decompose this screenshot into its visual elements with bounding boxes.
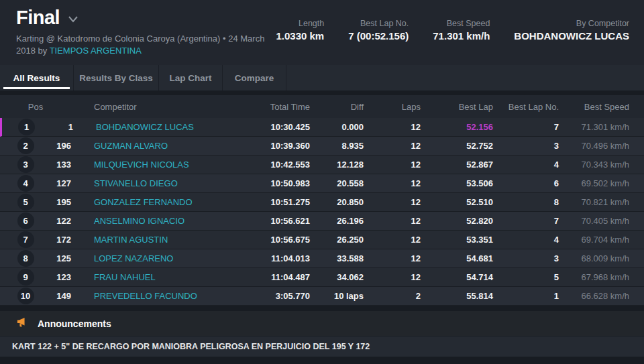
kart-number: 125 [51,253,71,263]
announcements-section: Announcements KART 122 + 5" DE RECARGO P… [0,311,644,357]
table-row[interactable]: 10 149 PREVEDELLO FACUNDO 3:05.770 10 la… [0,287,644,306]
stat-value: 1.0330 km [276,30,324,42]
kart-number: 127 [51,178,71,188]
best-speed-value: 70.496 km/h [559,141,629,151]
kart-number: 195 [51,197,71,207]
laps-value: 12 [364,122,421,132]
col-header-diff: Diff [310,102,364,112]
table-row[interactable]: 3 133 MILQUEVICH NICOLAS 10:42.553 12.12… [0,156,644,174]
laps-value: 12 [364,178,421,188]
competitor-link[interactable]: GUZMAN ALVARO [71,141,221,151]
tab-lap-chart[interactable]: Lap Chart [159,65,223,90]
results-tabs: All Results Results By Class Lap Chart C… [0,65,644,90]
kart-number: 123 [51,272,71,282]
best-speed-value: 67.968 km/h [559,272,629,282]
position-cell: 5 [0,194,51,210]
stat-label: Best Speed [433,19,490,28]
total-time-value: 10:56.675 [221,235,310,245]
tab-results-by-class[interactable]: Results By Class [74,65,159,90]
table-row[interactable]: 8 125 LOPEZ NAZARENO 11:04.013 33.588 12… [0,249,644,268]
total-time-value: 11:04.013 [221,253,310,263]
announcement-item: KART 122 + 5" DE RECARGO POR MANIOBRA PE… [0,337,644,357]
diff-value: 12.128 [310,160,364,170]
laps-value: 12 [364,141,421,151]
kart-number: 149 [51,291,71,301]
competitor-link[interactable]: LOPEZ NAZARENO [71,253,221,263]
position-badge: 7 [17,231,34,248]
tab-all-results[interactable]: All Results [0,65,74,90]
col-header-best-lap-no: Best Lap No. [493,102,559,112]
best-lap-no-value: 6 [493,178,559,188]
best-lap-value: 53.351 [421,235,493,245]
position-badge: 8 [17,250,34,267]
col-header-laps: Laps [364,102,421,112]
competitor-link[interactable]: STIVANELLO DIEGO [71,178,221,188]
organizer-link[interactable]: TIEMPOS ARGENTINA [50,46,142,56]
diff-value: 10 laps [310,291,364,301]
col-header-best-speed: Best Speed [559,102,629,112]
race-results-page: Final Karting @ Katodromo de Colonia Car… [0,0,644,364]
laps-value: 2 [364,291,421,301]
competitor-link[interactable]: PREVEDELLO FACUNDO [71,291,221,301]
page-title: Final [16,7,60,29]
best-speed-value: 69.502 km/h [559,178,629,188]
total-time-value: 10:51.275 [221,197,310,207]
stat-value: BOHDANOWICZ LUCAS [514,30,629,42]
kart-number: 1 [53,122,73,132]
kart-number: 133 [51,160,71,170]
session-selector[interactable]: Final [16,7,276,29]
table-row[interactable]: 5 195 GONZALEZ FERNANDO 10:51.275 20.850… [0,193,644,212]
competitor-link[interactable]: ANSELMINO IGNACIO [71,216,221,226]
best-lap-value: 53.506 [421,178,493,188]
stat-label: By Competitor [514,19,629,28]
best-lap-no-value: 1 [493,291,559,301]
session-info: Final Karting @ Katodromo de Colonia Car… [16,7,276,57]
laps-value: 12 [364,197,421,207]
competitor-link[interactable]: BOHDANOWICZ LUCAS [73,122,221,132]
best-speed-value: 70.405 km/h [559,216,629,226]
tab-compare[interactable]: Compare [223,65,286,90]
stat-by-competitor: By Competitor BOHDANOWICZ LUCAS [514,19,629,42]
laps-value: 12 [364,235,421,245]
total-time-value: 3:05.770 [221,291,310,301]
position-cell: 2 [0,137,51,154]
position-cell: 8 [0,250,51,267]
stat-length: Length 1.0330 km [276,19,324,42]
stat-label: Best Lap No. [348,19,409,28]
position-badge: 5 [17,194,34,210]
total-time-value: 10:42.553 [221,160,310,170]
total-time-value: 10:30.425 [221,122,310,132]
competitor-link[interactable]: GONZALEZ FERNANDO [71,197,221,207]
table-row[interactable]: 2 196 GUZMAN ALVARO 10:39.360 8.935 12 5… [0,137,644,156]
competitor-link[interactable]: MARTIN AGUSTIN [71,235,221,245]
position-badge: 3 [17,156,34,173]
diff-value: 20.558 [310,178,364,188]
table-row[interactable]: 9 123 FRAU NAHUEL 11:04.487 34.062 12 54… [0,268,644,287]
stat-best-speed: Best Speed 71.301 km/h [433,19,490,42]
position-cell: 3 [0,156,51,173]
position-badge: 2 [17,137,34,154]
table-row[interactable]: 7 172 MARTIN AGUSTIN 10:56.675 26.250 12… [0,231,644,249]
best-lap-no-value: 5 [493,272,559,282]
best-lap-value: 52.820 [421,216,493,226]
table-row[interactable]: 1 1 BOHDANOWICZ LUCAS 10:30.425 0.000 12… [0,118,644,137]
best-lap-value: 54.681 [421,253,493,263]
best-speed-value: 70.343 km/h [559,160,629,170]
position-cell: 1 [0,119,53,135]
results-table-header: Pos Competitor Total Time Diff Laps Best… [0,95,644,118]
best-lap-no-value: 7 [493,122,559,132]
kart-number: 196 [51,141,71,151]
best-lap-no-value: 4 [493,235,559,245]
page-header: Final Karting @ Katodromo de Colonia Car… [0,0,644,65]
stat-value: 7 (00:52.156) [348,30,409,42]
table-row[interactable]: 6 122 ANSELMINO IGNACIO 10:56.621 26.196… [0,212,644,231]
col-header-best-lap: Best Lap [421,102,493,112]
competitor-link[interactable]: FRAU NAHUEL [71,272,221,282]
position-badge: 1 [18,119,35,135]
laps-value: 12 [364,216,421,226]
competitor-link[interactable]: MILQUEVICH NICOLAS [71,160,221,170]
position-cell: 9 [0,269,51,286]
best-lap-value: 52.156 [421,122,493,132]
table-row[interactable]: 4 127 STIVANELLO DIEGO 10:50.983 20.558 … [0,174,644,193]
chevron-down-icon[interactable] [68,14,78,26]
